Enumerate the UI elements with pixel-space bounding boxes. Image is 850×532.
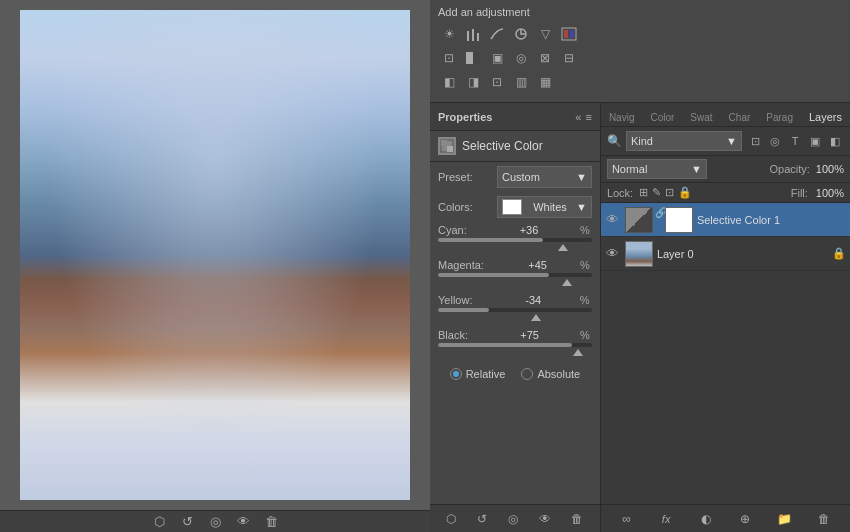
absolute-radio[interactable]: Absolute xyxy=(521,368,580,380)
right-panel: Add an adjustment ☀ ▽ ⊡ xyxy=(430,0,850,532)
adj-levels-icon[interactable] xyxy=(462,24,484,44)
yellow-label: Yellow: xyxy=(438,294,472,306)
color-swatch xyxy=(502,199,522,215)
magenta-track[interactable] xyxy=(438,273,592,277)
magenta-thumb[interactable] xyxy=(562,279,572,286)
lock-all-icon[interactable]: 🔒 xyxy=(678,186,692,199)
adj-brightness-icon[interactable]: ☀ xyxy=(438,24,460,44)
adjustment-icons-row2: ⊡ ▣ ◎ ⊠ ⊟ xyxy=(438,48,842,68)
props-btn-1[interactable]: ⬡ xyxy=(446,512,456,526)
tab-char[interactable]: Char xyxy=(721,108,759,126)
colors-row: Colors: Whites ▼ xyxy=(430,192,600,222)
svg-rect-0 xyxy=(467,31,469,41)
tab-layers[interactable]: Layers xyxy=(801,107,850,126)
canvas-tool-4[interactable]: 👁 xyxy=(233,512,253,532)
layer-lock-icon: 🔒 xyxy=(832,247,846,260)
layers-mask-icon[interactable]: ◐ xyxy=(696,512,716,526)
radio-row: Relative Absolute xyxy=(430,362,600,386)
tab-swat[interactable]: Swat xyxy=(682,108,720,126)
properties-menu-icon[interactable]: ≡ xyxy=(585,111,591,123)
adj-photo-filter-icon[interactable]: ▣ xyxy=(486,48,508,68)
adj-curves-icon[interactable] xyxy=(486,24,508,44)
adj-exposure-icon[interactable] xyxy=(510,24,532,44)
adj-channel-mixer-icon[interactable]: ◎ xyxy=(510,48,532,68)
tab-color[interactable]: Color xyxy=(642,108,682,126)
preset-dropdown[interactable]: Custom ▼ xyxy=(497,166,592,188)
cyan-thumb[interactable] xyxy=(558,244,568,251)
kind-dropdown[interactable]: Kind ▼ xyxy=(626,131,742,151)
blend-mode-dropdown[interactable]: Normal ▼ xyxy=(607,159,707,179)
middle-section: Properties « ≡ Selectiv xyxy=(430,103,850,532)
svg-rect-11 xyxy=(447,146,453,152)
layer-name-selective: Selective Color 1 xyxy=(697,214,846,226)
blend-mode-value: Normal xyxy=(612,163,647,175)
filter-pixel-icon[interactable]: ⊡ xyxy=(746,132,764,150)
black-track[interactable] xyxy=(438,343,592,347)
adj-invert-icon[interactable]: ⊟ xyxy=(558,48,580,68)
cyan-track[interactable] xyxy=(438,238,592,242)
cyan-pct: % xyxy=(580,224,592,236)
yellow-fill xyxy=(438,308,489,312)
tab-navig[interactable]: Navig xyxy=(601,108,643,126)
cyan-label: Cyan: xyxy=(438,224,467,236)
lock-label: Lock: xyxy=(607,187,633,199)
relative-radio-circle xyxy=(450,368,462,380)
canvas-area: ⬡ ↺ ◎ 👁 🗑 xyxy=(0,0,430,532)
black-thumb[interactable] xyxy=(573,349,583,356)
adj-color-lookup-icon[interactable]: ⊠ xyxy=(534,48,556,68)
adj-bw-icon[interactable] xyxy=(462,48,484,68)
adj-posterize-icon[interactable]: ◧ xyxy=(438,72,460,92)
colors-label: Colors: xyxy=(438,201,493,213)
lock-pixels-icon[interactable]: ⊞ xyxy=(639,186,648,199)
adj-gradient-map-icon[interactable]: ⊡ xyxy=(486,72,508,92)
colors-dropdown[interactable]: Whites ▼ xyxy=(497,196,592,218)
layers-link-icon[interactable]: ∞ xyxy=(617,512,637,526)
layer-selective-color[interactable]: 👁 🔗 Selective Color 1 xyxy=(601,203,850,237)
layers-group-icon[interactable]: 📁 xyxy=(775,512,795,526)
layer-vis-icon-2[interactable]: 👁 xyxy=(605,246,621,261)
layers-panel: Navig Color Swat Char Parag Layers 🔍 Kin… xyxy=(601,103,850,532)
props-btn-4[interactable]: 👁 xyxy=(539,512,551,526)
canvas-tool-2[interactable]: ↺ xyxy=(177,512,197,532)
layers-adjustment-icon[interactable]: ⊕ xyxy=(735,512,755,526)
canvas-wrapper xyxy=(0,0,430,510)
absolute-label: Absolute xyxy=(537,368,580,380)
props-btn-2[interactable]: ↺ xyxy=(477,512,487,526)
lock-artboard-icon[interactable]: ⊡ xyxy=(665,186,674,199)
svg-rect-10 xyxy=(441,140,447,146)
black-slider-row: Black: +75 % xyxy=(430,327,600,362)
adj-hsl-icon[interactable] xyxy=(558,24,580,44)
layers-search-row: 🔍 Kind ▼ ⊡ ◎ T ▣ ◧ xyxy=(601,127,850,156)
selective-color-icon-box xyxy=(438,137,456,155)
adj-selective-color-icon[interactable]: ▥ xyxy=(510,72,532,92)
layers-delete-icon[interactable]: 🗑 xyxy=(814,512,834,526)
adjustment-title: Add an adjustment xyxy=(438,6,842,18)
tab-parag[interactable]: Parag xyxy=(758,108,801,126)
yellow-thumb[interactable] xyxy=(531,314,541,321)
lock-position-icon[interactable]: ✎ xyxy=(652,186,661,199)
relative-radio[interactable]: Relative xyxy=(450,368,506,380)
magenta-slider-row: Magenta: +45 % xyxy=(430,257,600,292)
layers-fx-icon[interactable]: fx xyxy=(656,513,676,525)
yellow-track[interactable] xyxy=(438,308,592,312)
filter-smart-icon[interactable]: ◧ xyxy=(826,132,844,150)
adj-pattern-icon[interactable]: ▦ xyxy=(534,72,556,92)
layer-vis-icon-1[interactable]: 👁 xyxy=(605,212,621,227)
absolute-radio-circle xyxy=(521,368,533,380)
adj-vibrance-icon[interactable]: ▽ xyxy=(534,24,556,44)
adj-colorbalance-icon[interactable]: ⊡ xyxy=(438,48,460,68)
layers-tabs: Navig Color Swat Char Parag Layers xyxy=(601,103,850,127)
filter-shape-icon[interactable]: ▣ xyxy=(806,132,824,150)
magenta-label: Magenta: xyxy=(438,259,484,271)
filter-adjustment-icon[interactable]: ◎ xyxy=(766,132,784,150)
props-btn-3[interactable]: ◎ xyxy=(508,512,518,526)
properties-collapse-icon[interactable]: « xyxy=(575,111,581,123)
filter-type-icon[interactable]: T xyxy=(786,132,804,150)
canvas-tool-5[interactable]: 🗑 xyxy=(261,512,281,532)
adj-threshold-icon[interactable]: ◨ xyxy=(462,72,484,92)
lock-icons: ⊞ ✎ ⊡ 🔒 xyxy=(639,186,692,199)
layer-0[interactable]: 👁 Layer 0 🔒 xyxy=(601,237,850,271)
props-btn-5[interactable]: 🗑 xyxy=(571,512,583,526)
canvas-tool-3[interactable]: ◎ xyxy=(205,512,225,532)
canvas-tool-1[interactable]: ⬡ xyxy=(149,512,169,532)
